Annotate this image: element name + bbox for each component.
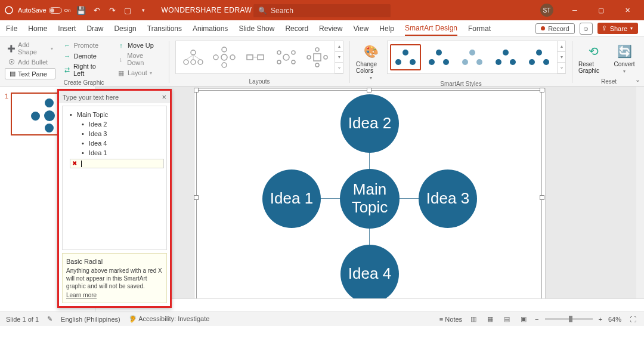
normal-view-icon[interactable]: ▥ <box>468 315 479 324</box>
user-avatar[interactable]: ST <box>540 4 553 17</box>
layout-option-4[interactable] <box>273 45 300 69</box>
layouts-scroll[interactable]: ▴▾▿ <box>335 41 343 73</box>
accessibility-button[interactable]: 🦻 Accessibility: Investigate <box>129 315 210 323</box>
add-shape-button[interactable]: ➕Add Shape ▾ <box>5 41 55 56</box>
style-option-4[interactable] <box>490 44 521 70</box>
close-button[interactable]: ✕ <box>614 0 640 20</box>
resize-handle[interactable] <box>194 88 199 93</box>
tab-review[interactable]: Review <box>319 22 342 35</box>
moveup-button[interactable]: ↑Move Up <box>114 41 163 50</box>
tab-help[interactable]: Help <box>379 22 394 35</box>
zoom-percent[interactable]: 64% <box>608 316 621 323</box>
resize-handle[interactable] <box>540 88 544 93</box>
fit-window-icon[interactable]: ⛶ <box>627 315 638 324</box>
redo-icon[interactable]: ↷ <box>107 5 117 15</box>
svg-point-4 <box>198 60 203 64</box>
styles-scroll[interactable]: ▴▾▿ <box>557 41 565 73</box>
demote-button[interactable]: →Demote <box>60 51 109 61</box>
tab-draw[interactable]: Draw <box>86 22 103 35</box>
save-icon[interactable]: 💾 <box>76 5 86 15</box>
smartart-text-pane[interactable]: Type your text here × Main Topic Idea 2 … <box>57 89 172 308</box>
svg-point-8 <box>221 54 227 60</box>
tab-file[interactable]: File <box>6 22 17 35</box>
tab-home[interactable]: Home <box>28 22 47 35</box>
node-bottom[interactable]: Idea 4 <box>340 245 399 303</box>
new-bullet-input[interactable]: ✖ <box>70 159 164 168</box>
reset-graphic-button[interactable]: ⟲ Reset Graphic <box>578 41 608 74</box>
slide-canvas[interactable]: Main Topic Idea 2 Idea 4 Idea 1 Idea 3 <box>194 88 546 309</box>
tab-view[interactable]: View <box>353 22 369 35</box>
movedown-button[interactable]: ↓Move Down <box>114 51 163 67</box>
qat-more-icon[interactable]: ▾ <box>138 5 148 15</box>
layouts-gallery[interactable]: ▴▾▿ <box>175 41 343 74</box>
tab-record[interactable]: Record <box>285 22 308 35</box>
node-top[interactable]: Idea 2 <box>340 94 399 153</box>
style-option-3[interactable] <box>457 44 488 70</box>
resize-handle[interactable] <box>367 88 371 93</box>
text-pane-button[interactable]: ▤Text Pane <box>5 68 55 79</box>
svg-point-17 <box>277 51 281 54</box>
list-item[interactable]: Idea 4 <box>65 138 164 148</box>
record-button[interactable]: Record <box>535 23 574 34</box>
add-bullet-button[interactable]: ⦿Add Bullet <box>5 57 55 67</box>
sorter-view-icon[interactable]: ▦ <box>485 315 496 324</box>
tab-format[interactable]: Format <box>468 22 491 35</box>
slide-canvas-area[interactable]: Main Topic Idea 2 Idea 4 Idea 1 Idea 3 <box>95 87 644 312</box>
layout-option-1[interactable] <box>179 45 207 69</box>
slideshow-view-icon[interactable]: ▣ <box>518 315 529 324</box>
svg-point-31 <box>443 59 449 65</box>
rtl-button[interactable]: ⇄Right to Left <box>60 62 109 78</box>
list-item[interactable]: Idea 2 <box>65 119 164 129</box>
textpane-footer: Basic Radial Anything above marked with … <box>62 253 167 303</box>
zoom-slider[interactable] <box>545 318 593 320</box>
autosave-toggle[interactable]: AutoSave On <box>18 7 70 14</box>
learn-more-link[interactable]: Learn more <box>66 291 97 299</box>
tab-transitions[interactable]: Transitions <box>147 22 182 35</box>
tab-design[interactable]: Design <box>114 22 136 35</box>
undo-icon[interactable]: ↶ <box>92 5 101 15</box>
tab-slideshow[interactable]: Slide Show <box>239 22 274 35</box>
zoom-in-button[interactable]: + <box>599 316 602 323</box>
present-icon[interactable]: ▢ <box>123 5 132 15</box>
style-option-1[interactable] <box>390 44 421 70</box>
change-colors-button[interactable]: 🎨 Change Colors▾ <box>356 41 386 81</box>
maximize-button[interactable]: ▢ <box>588 0 614 20</box>
layout-option-3[interactable] <box>242 45 269 69</box>
style-option-2[interactable] <box>423 44 454 70</box>
smartart-container[interactable]: Main Topic Idea 2 Idea 4 Idea 1 Idea 3 <box>196 90 542 305</box>
reading-view-icon[interactable]: ▤ <box>501 315 512 324</box>
minimize-button[interactable]: ─ <box>562 0 588 20</box>
textpane-body[interactable]: Main Topic Idea 2 Idea 3 Idea 4 Idea 1 ✖ <box>62 106 167 250</box>
feedback-button[interactable]: ☺ <box>580 23 593 35</box>
search-box[interactable]: 🔍 Search <box>253 4 391 17</box>
list-item[interactable]: Idea 1 <box>65 148 164 158</box>
share-button[interactable]: ⇪Share▾ <box>597 23 638 34</box>
close-icon[interactable]: × <box>162 93 166 101</box>
resize-handle[interactable] <box>194 195 199 200</box>
notes-button[interactable]: ≡ Notes <box>439 316 462 323</box>
textpane-icon: ▤ <box>10 70 16 78</box>
vertical-scrollbar[interactable] <box>636 87 644 298</box>
collapse-ribbon-icon[interactable]: ⌄ <box>635 76 640 84</box>
notes-area[interactable]: Click to add notes <box>95 298 644 312</box>
status-language[interactable]: English (Philippines) <box>61 316 120 323</box>
promote-button[interactable]: ←Promote <box>60 41 109 50</box>
styles-gallery[interactable]: ▴▾▿ <box>387 41 566 74</box>
node-left[interactable]: Idea 1 <box>262 170 321 228</box>
layout-button[interactable]: ▦Layout ▾ <box>114 68 163 78</box>
zoom-out-button[interactable]: − <box>535 316 538 323</box>
style-option-5[interactable] <box>524 44 555 70</box>
svg-point-18 <box>292 51 295 54</box>
node-center[interactable]: Main Topic <box>340 169 400 229</box>
tab-insert[interactable]: Insert <box>58 22 76 35</box>
convert-button[interactable]: 🔄 Convert▾ <box>609 41 639 74</box>
spellcheck-icon[interactable]: ✎ <box>47 315 52 323</box>
tab-animations[interactable]: Animations <box>193 22 228 35</box>
tab-smartart-design[interactable]: SmartArt Design <box>405 21 457 36</box>
resize-handle[interactable] <box>540 195 544 200</box>
layout-option-2[interactable] <box>210 45 238 69</box>
layout-option-5[interactable] <box>304 45 331 69</box>
list-item[interactable]: Main Topic <box>65 110 164 119</box>
node-right[interactable]: Idea 3 <box>419 170 477 228</box>
list-item[interactable]: Idea 3 <box>65 129 164 138</box>
